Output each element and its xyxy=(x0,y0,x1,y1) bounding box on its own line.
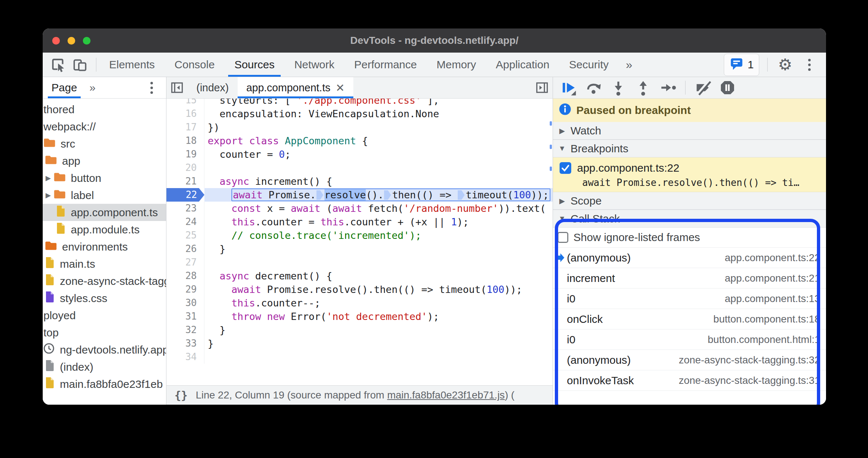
code-area[interactable]: 15 styleUrls: [ './app.component.css' ],… xyxy=(166,99,553,385)
line-number[interactable]: 30 xyxy=(166,296,204,310)
async-step-marker-icon[interactable] xyxy=(458,190,465,200)
sidebar-item-zone-async-stack-tagging-ts[interactable]: zone-async-stack-tagging.ts xyxy=(43,272,166,290)
line-number[interactable]: 31 xyxy=(166,310,204,323)
tab-memory[interactable]: Memory xyxy=(427,53,486,77)
sidebar-item-webpack-[interactable]: webpack:// xyxy=(43,118,166,135)
section-watch[interactable]: ▶ Watch xyxy=(553,122,826,140)
issues-button[interactable]: 1 xyxy=(724,54,759,76)
tab-application[interactable]: Application xyxy=(486,53,559,77)
tab-network[interactable]: Network xyxy=(284,53,344,77)
more-panels-chevron[interactable]: » xyxy=(618,58,640,72)
line-number[interactable]: 23 xyxy=(166,202,204,215)
kebab-menu-icon[interactable] xyxy=(800,55,819,74)
line-number[interactable]: 24 xyxy=(166,215,204,229)
code-line-23[interactable]: 23 const x = await (await fetch('/random… xyxy=(166,202,553,215)
code-line-20[interactable]: 20 xyxy=(166,161,553,175)
code-line-29[interactable]: 29 await Promise.resolve().then(() => ti… xyxy=(166,283,553,296)
sidebar-item-ng-devtools-netlify-app[interactable]: ng-devtools.netlify.app xyxy=(43,341,166,358)
frame-location[interactable]: app.component.ts:21 xyxy=(725,272,820,284)
line-number[interactable]: 33 xyxy=(166,337,204,350)
editor-tab-app-component-ts[interactable]: app.component.ts✕ xyxy=(238,77,354,98)
section-scope[interactable]: ▶ Scope xyxy=(553,192,826,210)
tab-console[interactable]: Console xyxy=(165,53,224,77)
code-line-21[interactable]: 21 async increment() { xyxy=(166,175,553,188)
close-icon[interactable]: ✕ xyxy=(335,81,345,94)
frame-location[interactable]: app.component.ts:13 xyxy=(725,293,820,305)
callstack-frame--anonymous-[interactable]: (anonymous)app.component.ts:22 xyxy=(553,248,826,268)
callstack-frame-i0[interactable]: i0button.component.html:1 xyxy=(553,329,826,350)
callstack-frame-i0[interactable]: i0app.component.ts:13 xyxy=(553,289,826,309)
line-number[interactable]: 15 xyxy=(166,99,204,107)
sidebar-item-main-ts[interactable]: main.ts xyxy=(43,255,166,272)
line-number[interactable]: 18 xyxy=(166,134,204,148)
hide-navigator-icon[interactable] xyxy=(166,77,188,98)
frame-location[interactable]: button.component.ts:18 xyxy=(713,313,820,325)
sidebar-item-styles-css[interactable]: styles.css xyxy=(43,290,166,307)
line-number[interactable]: 20 xyxy=(166,161,204,175)
code-line-33[interactable]: 33} xyxy=(166,337,553,350)
expander-triangle-icon[interactable]: ▶ xyxy=(43,191,53,199)
code-line-18[interactable]: 18export class AppComponent { xyxy=(166,134,553,148)
callstack-frame--anonymous-[interactable]: (anonymous)zone-async-stack-tagging.ts:3… xyxy=(553,350,826,370)
line-number[interactable]: 25 xyxy=(166,229,204,242)
line-number[interactable]: 29 xyxy=(166,283,204,296)
sidebar-item-thored[interactable]: thored xyxy=(43,101,166,118)
tab-sources[interactable]: Sources xyxy=(224,53,284,77)
tab-performance[interactable]: Performance xyxy=(344,53,427,77)
code-line-25[interactable]: 25 // console.trace('incremented'); xyxy=(166,229,553,242)
frame-location[interactable]: button.component.html:1 xyxy=(708,334,820,346)
resume-icon[interactable] xyxy=(558,78,579,97)
sidebar-item-environments[interactable]: environments xyxy=(43,238,166,255)
frame-location[interactable]: app.component.ts:22 xyxy=(725,252,820,264)
line-number[interactable]: 34 xyxy=(166,350,204,364)
line-number[interactable]: 17 xyxy=(166,121,204,134)
ignore-frames-checkbox[interactable] xyxy=(557,232,568,243)
code-line-22[interactable]: 22 await Promise.resolve().then(() => ti… xyxy=(166,188,553,202)
sidebar-item-app[interactable]: app xyxy=(43,152,166,169)
code-line-30[interactable]: 30 this.counter--; xyxy=(166,296,553,310)
line-number[interactable]: 27 xyxy=(166,256,204,269)
line-number[interactable]: 21 xyxy=(166,175,204,188)
navigator-more-tabs-chevron[interactable]: » xyxy=(89,81,96,94)
breakpoint-entry[interactable]: app.component.ts:22 await Promise.resolv… xyxy=(553,157,826,192)
sidebar-item--index-[interactable]: (index) xyxy=(43,358,166,375)
code-line-32[interactable]: 32 } xyxy=(166,323,553,337)
callstack-frame-oninvoketask[interactable]: onInvokeTaskzone-async-stack-tagging.ts:… xyxy=(553,370,826,391)
code-line-34[interactable]: 34 xyxy=(166,350,553,364)
tab-security[interactable]: Security xyxy=(559,53,618,77)
sidebar-item-app-component-ts[interactable]: app.component.ts xyxy=(43,204,166,221)
code-line-17[interactable]: 17}) xyxy=(166,121,553,134)
line-number[interactable]: 28 xyxy=(166,269,204,283)
code-line-26[interactable]: 26 } xyxy=(166,242,553,256)
sidebar-item-main-fa8bfa0e23f1eb[interactable]: main.fa8bfa0e23f1eb xyxy=(43,375,166,393)
pause-on-exceptions-icon[interactable] xyxy=(717,78,738,97)
section-breakpoints[interactable]: ▼ Breakpoints xyxy=(553,140,826,157)
pretty-print-icon[interactable]: {} xyxy=(174,389,188,402)
line-number[interactable]: 19 xyxy=(166,148,204,161)
step-out-icon[interactable] xyxy=(633,78,654,97)
execution-line-number[interactable]: 22 xyxy=(166,188,204,202)
inspect-element-icon[interactable] xyxy=(49,55,68,74)
code-line-28[interactable]: 28 async decrement() { xyxy=(166,269,553,283)
code-line-27[interactable]: 27 xyxy=(166,256,553,269)
section-callstack[interactable]: ▼ Call Stack xyxy=(553,210,826,228)
callstack-frame-increment[interactable]: incrementapp.component.ts:21 xyxy=(553,268,826,289)
sidebar-item-button[interactable]: ▶button xyxy=(43,169,166,187)
async-step-marker-icon[interactable] xyxy=(384,190,391,200)
code-line-15[interactable]: 15 styleUrls: [ './app.component.css' ], xyxy=(166,99,553,107)
sidebar-item-top[interactable]: top xyxy=(43,324,166,341)
line-number[interactable]: 16 xyxy=(166,107,204,121)
sidebar-item-ployed[interactable]: ployed xyxy=(43,307,166,324)
sidebar-item-app-module-ts[interactable]: app.module.ts xyxy=(43,221,166,238)
code-line-19[interactable]: 19 counter = 0; xyxy=(166,148,553,161)
device-toolbar-icon[interactable] xyxy=(70,55,89,74)
frame-location[interactable]: zone-async-stack-tagging.ts:32 xyxy=(679,354,820,366)
sidebar-item-label[interactable]: ▶label xyxy=(43,187,166,204)
callstack-frame-onclick[interactable]: onClickbutton.component.ts:18 xyxy=(553,309,826,329)
expander-triangle-icon[interactable]: ▶ xyxy=(43,174,53,182)
code-line-31[interactable]: 31 throw new Error('not decremented'); xyxy=(166,310,553,323)
line-number[interactable]: 32 xyxy=(166,323,204,337)
step-icon[interactable] xyxy=(657,78,679,97)
async-step-marker-icon[interactable] xyxy=(316,190,323,200)
deactivate-breakpoints-icon[interactable] xyxy=(692,78,713,97)
